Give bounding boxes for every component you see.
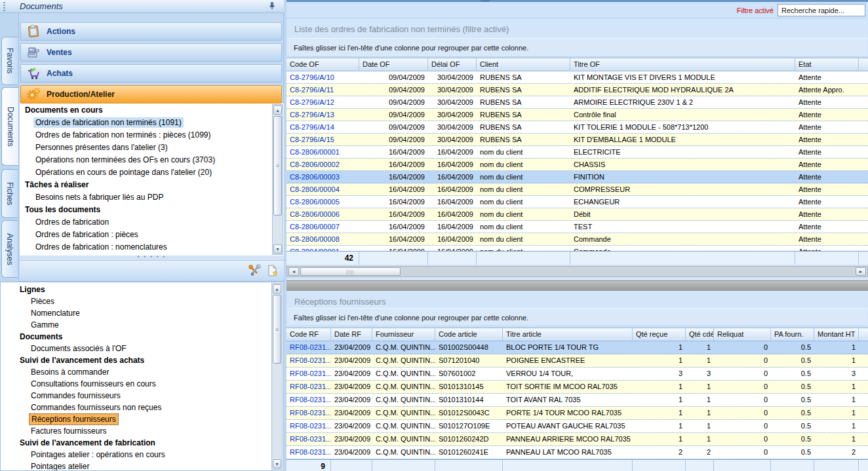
tree-item-commandes-fournisseurs-non-recues[interactable]: Commandes fournisseurs non reçues bbox=[1, 402, 272, 413]
column-header-montant-ht[interactable]: Montant HT bbox=[814, 328, 859, 341]
tab-favoris[interactable]: Favoris bbox=[1, 37, 18, 85]
column-header-client[interactable]: Client bbox=[477, 58, 570, 71]
scroll-right-button[interactable]: ► bbox=[856, 267, 866, 276]
column-header-reliquat[interactable]: Reliquat bbox=[714, 328, 771, 341]
scroll-up-button[interactable]: ▲ bbox=[273, 105, 282, 115]
horizontal-scrollbar[interactable]: ◄ |||| ► bbox=[286, 266, 868, 277]
table-row[interactable]: C8-2806/0000216/04/200916/04/2009nom du … bbox=[286, 159, 868, 171]
cell: 0.5 bbox=[771, 433, 814, 445]
scrollbar-thumb[interactable]: ≡ bbox=[273, 116, 282, 216]
column-header-titre-of[interactable]: Titre OF bbox=[570, 58, 795, 71]
scrollbar-thumb[interactable]: |||| bbox=[300, 267, 401, 276]
tree-item-pointages-atelier[interactable]: Pointages atelier bbox=[1, 461, 272, 470]
tree-item-pointages-atelier-operations-en-cours[interactable]: Pointages atelier : opérations en cours bbox=[1, 449, 272, 461]
table-footer: 9 bbox=[286, 459, 868, 471]
scroll-left-button[interactable]: ◄ bbox=[288, 267, 299, 276]
table-row[interactable]: RF08-0231...23/04/2009C.Q.M. QUINTIN...S… bbox=[286, 433, 868, 446]
accordion-achats[interactable]: Achats bbox=[20, 64, 282, 83]
tab-documents[interactable]: Documents bbox=[1, 87, 18, 166]
column-header-code-of[interactable]: Code OF bbox=[286, 58, 359, 71]
scroll-down-button[interactable]: ▼ bbox=[273, 244, 282, 254]
column-header-date-of[interactable]: Date OF bbox=[359, 58, 428, 71]
column-header-fournisseur[interactable]: Fournisseur bbox=[372, 328, 435, 341]
column-header-date-rf[interactable]: Date RF bbox=[331, 328, 372, 341]
table-row[interactable]: C8-2796/A/1309/04/200930/04/2009RUBENS S… bbox=[286, 109, 868, 121]
scroll-down-button[interactable]: ▼ bbox=[273, 459, 281, 468]
column-header-qte-cdee[interactable]: Qté cdée bbox=[686, 328, 714, 341]
tree-item-documents-associes-a-l-of[interactable]: Documents associés à l'OF bbox=[1, 343, 272, 354]
toolbar-icons bbox=[248, 264, 279, 277]
panel-splitter[interactable]: • • • • • bbox=[20, 255, 284, 260]
scroll-up-button[interactable]: ▲ bbox=[273, 284, 281, 293]
cell: S0101260241E bbox=[435, 446, 503, 459]
accordion-production-atelier[interactable]: Production/Atelier bbox=[20, 85, 282, 104]
tree-item-operations-non-terminees-des-ofs-en-cour[interactable]: Opérations non terminées des OFs en cour… bbox=[20, 154, 284, 166]
tree-item-receptions-fournisseurs[interactable]: Réceptions fournisseurs bbox=[1, 413, 272, 425]
table-row[interactable]: C8-2796/A/1009/04/200930/04/2009RUBENS S… bbox=[286, 71, 868, 84]
tab-fiches[interactable]: Fiches bbox=[1, 169, 18, 218]
table-row[interactable]: RF08-0231...23/04/2009C.Q.M. QUINTIN...S… bbox=[286, 381, 868, 394]
column-header-pa-fourn[interactable]: PA fourn. bbox=[771, 328, 814, 341]
tree-item-documents-en-cours: Documents en cours bbox=[20, 104, 284, 117]
cell: KIT TOLERIE 1 MODULE - 508*713*1200 bbox=[570, 121, 795, 133]
table-row[interactable]: RF08-0231...23/04/2009C.Q.M. QUINTIN...S… bbox=[286, 420, 868, 433]
tree-item-gamme[interactable]: Gamme bbox=[1, 319, 272, 331]
table-row[interactable]: RF08-0231...23/04/2009C.Q.M. QUINTIN...S… bbox=[286, 446, 868, 459]
table-row[interactable]: C8-2806/0000116/04/200916/04/2009nom du … bbox=[286, 146, 868, 159]
tree-item-pieces[interactable]: Pièces bbox=[1, 295, 272, 307]
table-row[interactable]: C8-2796/A/1509/04/200930/04/2009RUBENS S… bbox=[286, 134, 868, 146]
cell: 23/04/2009 bbox=[331, 381, 372, 393]
table-row[interactable]: C8-2806/0000816/04/200916/04/2009nom du … bbox=[286, 233, 868, 246]
tree-item-nomenclature[interactable]: Nomenclature bbox=[1, 307, 272, 319]
table-row[interactable]: C8-2806/0000616/04/200916/04/2009nom du … bbox=[286, 208, 868, 221]
accordion-label: Actions bbox=[47, 27, 75, 36]
table-row[interactable]: C8-2796/A/1209/04/200930/04/2009RUBENS S… bbox=[286, 96, 868, 109]
column-header-etat[interactable]: Etat bbox=[795, 58, 859, 71]
column-header-code-rf[interactable]: Code RF bbox=[286, 328, 331, 341]
table-row[interactable]: C8-2806/0000516/04/200916/04/2009nom du … bbox=[286, 196, 868, 208]
tree-scrollbar[interactable]: ▲ ≡ ▼ bbox=[271, 283, 283, 470]
quick-search-input[interactable] bbox=[778, 4, 865, 16]
tree-item-besoins-a-commander[interactable]: Besoins à commander bbox=[1, 366, 272, 378]
table-row[interactable]: RF08-0231...23/04/2009C.Q.M. QUINTIN...S… bbox=[286, 341, 868, 354]
tree-item-personnes-presentes-dans-l-atelier-3[interactable]: Personnes présentes dans l'atelier (3) bbox=[20, 141, 284, 154]
table-row[interactable]: C8-2804/0000116/04/200916/04/2009nom du … bbox=[286, 246, 868, 251]
tree-item-factures-fournisseurs[interactable]: Factures fournisseurs bbox=[1, 425, 272, 437]
table-row[interactable]: RF08-0231...23/04/2009C.Q.M. QUINTIN...S… bbox=[286, 354, 868, 367]
cell: 09/04/2009 bbox=[359, 109, 428, 121]
table-row[interactable]: RF08-0231...23/04/2009C.Q.M. QUINTIN...S… bbox=[286, 394, 868, 407]
table-row[interactable]: C8-2806/0000416/04/200916/04/2009nom du … bbox=[286, 183, 868, 196]
accordion-ventes[interactable]: Ventes bbox=[20, 43, 282, 62]
tree-item-commandes-fournisseurs[interactable]: Commandes fournisseurs bbox=[1, 390, 272, 402]
table-row[interactable]: C8-2796/A/1409/04/200930/04/2009RUBENS S… bbox=[286, 121, 868, 134]
tree-scrollbar[interactable]: ▲ ≡ ▼ bbox=[272, 104, 283, 255]
accordion-actions[interactable]: Actions bbox=[20, 22, 282, 41]
column-header-delai-of[interactable]: Délai OF bbox=[428, 58, 477, 71]
tree-item-ordres-de-fabrication-non-termines-piece[interactable]: Ordres de fabrication non terminés : piè… bbox=[20, 129, 284, 141]
tree-item-ordres-de-fabrication-non-termines-1091[interactable]: Ordres de fabrication non terminés (1091… bbox=[20, 117, 284, 129]
tree-item-besoins-nets-a-fabriquer-lies-au-pdp[interactable]: Besoins nets à fabriquer liés au PDP bbox=[20, 191, 284, 204]
tree-item-ordres-de-fabrication-nomenclatures[interactable]: Ordres de fabrication : nomenclatures bbox=[20, 241, 284, 254]
cell: Commande bbox=[570, 246, 795, 251]
table-row[interactable]: RF08-0231...23/04/2009C.Q.M. QUINTIN...S… bbox=[286, 407, 868, 420]
column-header-titre-article[interactable]: Titre article bbox=[503, 328, 633, 341]
table-row[interactable]: RF08-0231...23/04/2009C.Q.M. QUINTIN...S… bbox=[286, 367, 868, 381]
tree-item-ordres-de-fabrication-pieces[interactable]: Ordres de fabrication : pièces bbox=[20, 229, 284, 241]
tab-analyses[interactable]: Analyses bbox=[1, 220, 18, 278]
gears-icon bbox=[26, 87, 41, 102]
column-header-code-article[interactable]: Code article bbox=[435, 328, 503, 341]
tools-icon[interactable] bbox=[248, 264, 261, 277]
column-header-qte-recue[interactable]: Qté reçue bbox=[633, 328, 686, 341]
tree-item-ordres-de-fabrication[interactable]: Ordres de fabrication bbox=[20, 216, 284, 229]
drag-grip-icon[interactable] bbox=[3, 2, 5, 11]
tree-item-operations-en-cours-de-pointage-dans-l-a[interactable]: Opérations en cours de pointage dans l'a… bbox=[20, 166, 284, 179]
scrollbar-thumb[interactable]: ≡ bbox=[273, 295, 281, 364]
tree-item-consultations-fournisseurs-en-cours[interactable]: Consultations fournisseurs en cours bbox=[1, 378, 272, 390]
cell: RF08-0231... bbox=[286, 407, 331, 419]
table-row[interactable]: C8-2796/A/1109/04/200930/04/2009RUBENS S… bbox=[286, 84, 868, 96]
table-row[interactable]: C8-2806/0000316/04/200916/04/2009nom du … bbox=[286, 171, 868, 183]
pin-icon[interactable] bbox=[268, 2, 276, 10]
table-row[interactable]: C8-2806/0000716/04/200916/04/2009nom du … bbox=[286, 221, 868, 233]
panels-splitter[interactable] bbox=[286, 280, 868, 291]
new-document-icon[interactable] bbox=[266, 264, 279, 277]
